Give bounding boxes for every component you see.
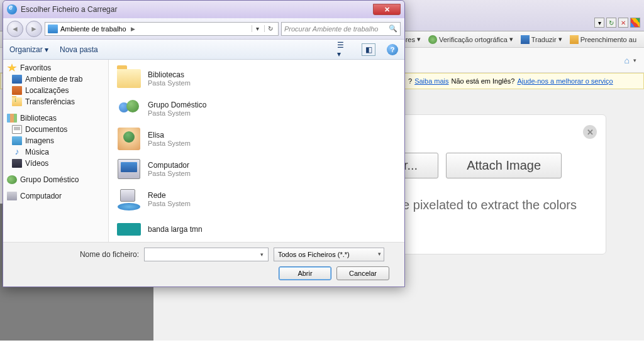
google-icon[interactable] [630,18,640,28]
sidebar-item-videos[interactable]: Vídeos [3,158,108,169]
desktop-icon [12,75,22,84]
sidebar-computer[interactable]: Computador [3,190,108,202]
document-icon [12,125,22,134]
translate-btn[interactable]: Traduzir ▾ [518,35,565,44]
list-item[interactable]: banda larga tmn [113,214,401,242]
file-type-select[interactable]: Todos os Ficheiros (*.*) ▾ [274,248,384,261]
connection-icon [117,223,141,236]
computer-icon [118,159,140,179]
sidebar-item-downloads[interactable]: Transferências [3,96,108,107]
sidebar-homegroup[interactable]: Grupo Doméstico [3,174,108,185]
search-icon: 🔍 [389,25,397,33]
dialog-titlebar[interactable]: Escolher Ficheiro a Carregar ✕ [3,1,404,18]
sidebar-item-documents[interactable]: Documentos [3,124,108,135]
refresh-icon[interactable]: ↻ [264,25,275,32]
close-icon[interactable]: ✕ [583,125,597,139]
locations-icon [12,86,22,95]
video-icon [12,159,22,168]
attach-image-button[interactable]: Attach Image [446,153,562,178]
autofill-btn[interactable]: Preenchimento au [567,35,639,44]
sidebar-item-images[interactable]: Imagens [3,135,108,146]
chevron-right-icon[interactable]: ▶ [129,26,137,32]
filename-label: Nome do ficheiro: [9,250,139,259]
home-icon[interactable]: ⌂ [625,55,630,65]
sidebar-item-desktop[interactable]: Ambiente de trab [3,74,108,85]
ie-icon [7,4,17,14]
sidebar-item-music[interactable]: ♪Música [3,146,108,158]
file-list[interactable]: BibliotecasPasta System Grupo DomésticoP… [109,60,404,242]
list-item[interactable]: BibliotecasPasta System [113,63,401,94]
stop-icon[interactable]: ✕ [618,18,628,28]
list-item[interactable]: Grupo DomésticoPasta System [113,94,401,124]
breadcrumb-location: Ambiente de trabalho [60,25,126,33]
new-folder-button[interactable]: Nova pasta [60,45,98,54]
search-input[interactable]: Procurar Ambiente de trabalho 🔍 [281,22,401,36]
organize-menu[interactable]: Organizar ▾ [9,45,48,54]
open-button[interactable]: Abrir [279,266,331,280]
network-icon [118,188,140,210]
sidebar-libraries[interactable]: Bibliotecas [3,112,108,124]
help-improve-link[interactable]: Ajude-nos a melhorar o serviço [517,77,613,85]
sidebar-favorites[interactable]: Favoritos [3,62,108,74]
libraries-icon [7,114,17,123]
images-icon [12,136,22,145]
computer-icon [7,192,17,200]
window-close-button[interactable]: ✕ [373,4,401,15]
nav-back-button[interactable]: ◄ [7,21,23,37]
learn-more-link[interactable]: Saiba mais [414,77,448,85]
desktop-icon [48,25,58,33]
homegroup-icon [118,97,140,120]
spellcheck-btn[interactable]: Verificação ortográfica ▾ [426,35,516,44]
chevron-down-icon[interactable]: ▾ [257,249,267,259]
dialog-navbar: ◄ ► Ambiente de trabalho ▶ ▾↻ Procurar A… [3,18,404,40]
sidebar-item-locations[interactable]: Localizações [3,85,108,96]
chevron-down-icon: ▾ [378,251,381,257]
star-icon [7,63,17,72]
list-item[interactable]: ElisaPasta System [113,124,401,154]
refresh-icon[interactable]: ↻ [606,18,616,28]
help-icon[interactable]: ? [387,44,398,55]
cancel-button[interactable]: Cancelar [336,266,389,280]
info-text: Não está em Inglês? [452,77,515,85]
chevron-down-icon[interactable]: ▾ [252,25,263,32]
downloads-icon [12,97,22,106]
nav-forward-button[interactable]: ► [26,21,42,37]
list-item[interactable]: ComputadorPasta System [113,154,401,184]
dialog-sidebar: Favoritos Ambiente de trab Localizações … [3,60,109,242]
music-icon: ♪ [12,148,22,156]
list-item[interactable]: RedePasta System [113,184,401,214]
view-options-button[interactable]: ☰ ▾ [336,43,350,56]
dialog-title: Escolher Ficheiro a Carregar [21,5,117,14]
preview-pane-button[interactable]: ◧ [362,43,375,56]
homegroup-icon [7,175,17,184]
file-open-dialog: Escolher Ficheiro a Carregar ✕ ◄ ► Ambie… [3,0,405,287]
breadcrumb[interactable]: Ambiente de trabalho ▶ ▾↻ [45,22,279,36]
command-bar: Organizar ▾ Nova pasta ☰ ▾ ◧ ? [3,40,404,60]
user-folder-icon [118,128,140,150]
folder-icon [117,69,141,88]
dialog-footer: Nome do ficheiro: ▾ Todos os Ficheiros (… [3,242,404,287]
nav-btn[interactable]: ▾ [594,18,604,28]
filename-input[interactable]: ▾ [144,248,269,261]
